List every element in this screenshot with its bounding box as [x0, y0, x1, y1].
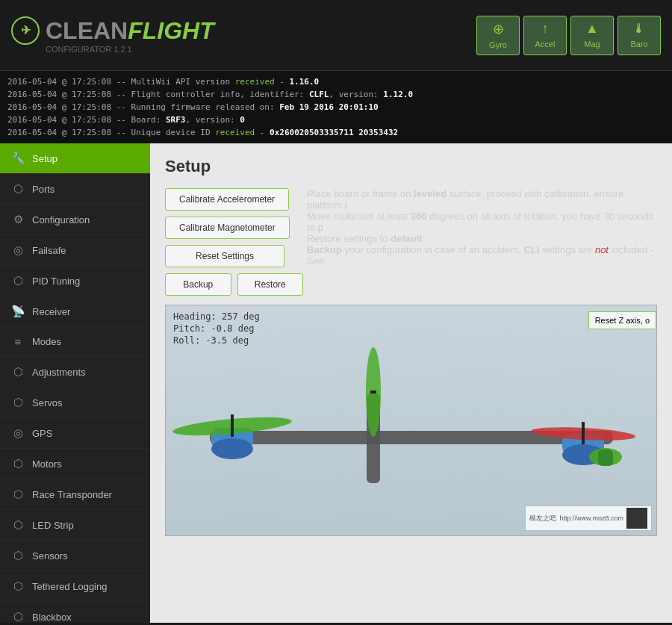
sidebar-item-race-transponder[interactable]: ⬡ Race Transponder [0, 479, 150, 510]
svg-rect-11 [231, 414, 234, 437]
sidebar-item-adjustments[interactable]: ⬡ Adjustments [0, 357, 150, 388]
adjustments-icon: ⬡ [11, 365, 25, 379]
logo-area: ✈ CLEANFLIGHT CONFIGURATOR 1.2.1 [11, 16, 214, 54]
configurator-label: CONFIGURATOR 1.2.1 [46, 45, 214, 54]
sidebar-label-blackbox: Blackbox [32, 612, 72, 623]
qr-code-placeholder [626, 508, 647, 529]
log-area: 2016-05-04 @ 17:25:08 -- MultiWii API ve… [0, 71, 672, 143]
watermark-url: http://www.moz8.com [559, 514, 623, 522]
sidebar-item-receiver[interactable]: 📡 Receiver [0, 296, 150, 327]
modes-icon: ≡ [11, 335, 25, 348]
ports-icon: ⬡ [11, 182, 25, 196]
sidebar-label-receiver: Receiver [32, 306, 70, 317]
sidebar-label-race-transponder: Race Transponder [32, 489, 112, 500]
pitch-value: -0.8 deg [211, 323, 255, 334]
sidebar-label-tethered-logging: Tethered Logging [32, 581, 107, 592]
accel-sensor-btn[interactable]: ↑ Accel [523, 16, 567, 55]
log-line-1: 2016-05-04 @ 17:25:08 -- MultiWii API ve… [7, 75, 665, 88]
sidebar-label-failsafe: Failsafe [32, 245, 66, 256]
reset-info: Restore settings to default [307, 233, 657, 244]
mag-sensor-btn[interactable]: ▲ Mag [570, 16, 614, 55]
header: ✈ CLEANFLIGHT CONFIGURATOR 1.2.1 ⊕ Gyro … [0, 0, 672, 71]
logo-icon: ✈ [11, 16, 40, 45]
accel-info: Place board or frame on leveled surface,… [307, 188, 657, 211]
pitch-label: Pitch: [173, 323, 211, 334]
calibrate-accel-button[interactable]: Calibrate Accelerometer [165, 188, 289, 211]
mag-info: Move multirotor at least 360 degrees on … [307, 211, 657, 233]
sidebar-label-gps: GPS [32, 428, 52, 439]
calibrate-mag-button[interactable]: Calibrate Magnetometer [165, 217, 290, 239]
restore-button[interactable]: Restore [237, 273, 304, 296]
reset-settings-button[interactable]: Reset Settings [165, 245, 284, 267]
sidebar-label-configuration: Configuration [32, 214, 90, 226]
sidebar-item-setup[interactable]: 🔧 Setup [0, 143, 150, 174]
backup-info: Backup your configuration in case of an … [307, 244, 657, 267]
motors-icon: ⬡ [11, 457, 25, 470]
content-area: Setup Calibrate Accelerometer Calibrate … [150, 143, 672, 623]
content-inner: Setup Calibrate Accelerometer Calibrate … [150, 143, 672, 550]
logo-clean: CLEAN [46, 17, 128, 44]
sidebar-item-servos[interactable]: ⬡ Servos [0, 388, 150, 418]
baro-icon: 🌡 [629, 21, 650, 37]
sidebar-label-setup: Setup [32, 153, 57, 164]
sidebar-item-sensors[interactable]: ⬡ Sensors [0, 541, 150, 571]
baro-label: Baro [630, 40, 647, 49]
configuration-icon: ⚙ [11, 213, 25, 226]
pid-icon: ⬡ [11, 274, 25, 287]
drone-3d-view: Heading: 257 deg Pitch: -0.8 deg Roll: -… [165, 305, 657, 536]
gyro-label: Gyro [489, 40, 507, 49]
gyro-sensor-btn[interactable]: ⊕ Gyro [476, 16, 520, 55]
reset-z-axis-button[interactable]: Reset Z axis, o [588, 311, 656, 329]
race-transponder-icon: ⬡ [11, 488, 25, 501]
setup-buttons-area: Calibrate Accelerometer Calibrate Magnet… [165, 188, 303, 296]
setup-icon: 🔧 [11, 152, 25, 165]
log-line-2: 2016-05-04 @ 17:25:08 -- Flight controll… [7, 88, 665, 101]
logo-flight: FLIGHT [128, 17, 214, 44]
servos-icon: ⬡ [11, 396, 25, 409]
sidebar-item-gps[interactable]: ◎ GPS [0, 418, 150, 449]
sidebar-item-configuration[interactable]: ⚙ Configuration [0, 205, 150, 235]
log-line-4: 2016-05-04 @ 17:25:08 -- Board: SRF3, ve… [7, 114, 665, 126]
sidebar-label-led-strip: LED Strip [32, 520, 74, 531]
sensor-bar: ⊕ Gyro ↑ Accel ▲ Mag 🌡 Baro [476, 16, 661, 55]
sidebar-item-led-strip[interactable]: ⬡ LED Strip [0, 510, 150, 541]
blackbox-icon: ⬡ [11, 610, 25, 623]
sidebar-item-failsafe[interactable]: ◎ Failsafe [0, 235, 150, 266]
sidebar: 🔧 Setup ⬡ Ports ⚙ Configuration ◎ Failsa… [0, 143, 150, 623]
led-strip-icon: ⬡ [11, 518, 25, 532]
sidebar-item-blackbox[interactable]: ⬡ Blackbox [0, 602, 150, 623]
accel-icon: ↑ [535, 21, 556, 37]
heading-value: 257 deg [222, 311, 260, 322]
log-line-5: 2016-05-04 @ 17:25:08 -- Unique device I… [7, 126, 665, 139]
sensors-icon: ⬡ [11, 549, 25, 562]
watermark-text: 模友之吧 [529, 514, 556, 523]
sidebar-label-ports: Ports [32, 184, 55, 195]
main-layout: 🔧 Setup ⬡ Ports ⚙ Configuration ◎ Failsa… [0, 143, 672, 623]
gps-icon: ◎ [11, 426, 25, 440]
sidebar-item-tethered-logging[interactable]: ⬡ Tethered Logging [0, 571, 150, 602]
watermark: 模友之吧 http://www.moz8.com [525, 506, 652, 531]
pitch-readout: Pitch: -0.8 deg [173, 323, 260, 334]
log-line-3: 2016-05-04 @ 17:25:08 -- Running firmwar… [7, 101, 665, 114]
svg-text:✈: ✈ [21, 24, 31, 37]
sidebar-item-motors[interactable]: ⬡ Motors [0, 449, 150, 479]
sidebar-label-adjustments: Adjustments [32, 367, 86, 378]
accel-label: Accel [535, 40, 556, 49]
backup-button[interactable]: Backup [165, 273, 231, 296]
gyro-icon: ⊕ [488, 21, 508, 37]
sidebar-label-servos: Servos [32, 397, 62, 408]
heading-label: Heading: [173, 311, 222, 322]
heading-readout: Heading: 257 deg [173, 311, 260, 322]
setup-row: Calibrate Accelerometer Calibrate Magnet… [165, 188, 657, 296]
receiver-icon: 📡 [11, 305, 25, 318]
sidebar-label-pid: PID Tuning [32, 276, 80, 287]
sidebar-item-pid-tuning[interactable]: ⬡ PID Tuning [0, 266, 150, 296]
baro-sensor-btn[interactable]: 🌡 Baro [617, 16, 661, 55]
sidebar-item-modes[interactable]: ≡ Modes [0, 327, 150, 357]
tethered-logging-icon: ⬡ [11, 579, 25, 593]
sidebar-label-motors: Motors [32, 458, 62, 470]
sidebar-item-ports[interactable]: ⬡ Ports [0, 174, 150, 205]
mag-label: Mag [584, 40, 600, 49]
failsafe-icon: ◎ [11, 243, 25, 257]
page-title: Setup [165, 157, 657, 176]
